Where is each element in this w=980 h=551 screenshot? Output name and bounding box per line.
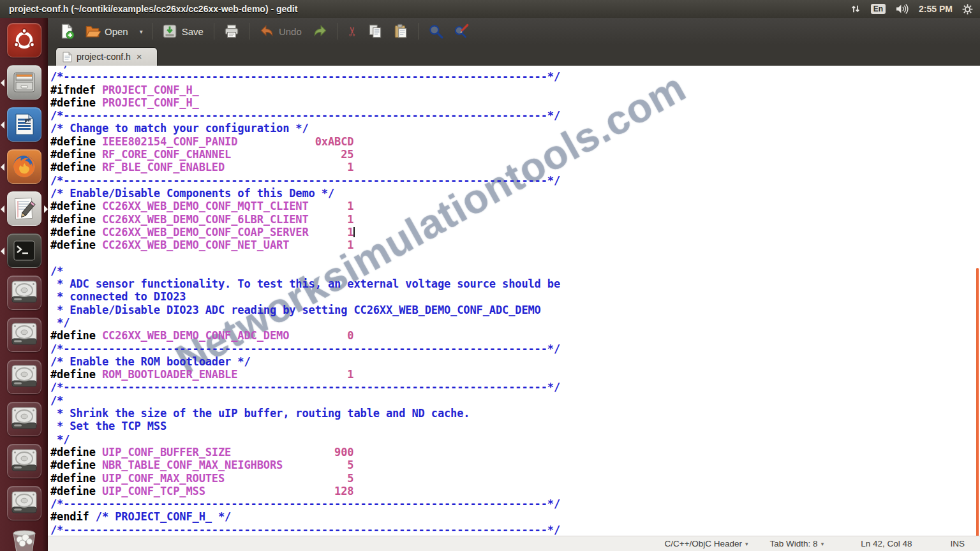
code-segment bbox=[309, 213, 348, 226]
code-line: #endif /* PROJECT_CONF_H_ */ bbox=[50, 510, 980, 523]
code-line: */ bbox=[50, 433, 980, 446]
code-line: #define IEEE802154_CONF_PANID 0xABCD bbox=[50, 135, 980, 148]
code-segment: /*--------------------------------------… bbox=[50, 497, 560, 510]
dock-item-disk-4[interactable] bbox=[7, 402, 41, 436]
code-line: /* Enable the ROM bootloader */ bbox=[50, 355, 980, 368]
keyboard-layout-indicator[interactable]: En bbox=[871, 4, 886, 14]
code-line: #define NBR_TABLE_CONF_MAX_NEIGHBORS 5 bbox=[50, 459, 980, 471]
code-segment: */ bbox=[50, 66, 70, 70]
undo-button[interactable]: Undo bbox=[254, 20, 308, 42]
code-segment: #define bbox=[50, 239, 102, 251]
dock-item-terminal[interactable] bbox=[7, 233, 41, 268]
code-segment: #define bbox=[50, 161, 102, 173]
new-document-button[interactable] bbox=[54, 20, 80, 42]
language-label: C/C++/ObjC Header bbox=[665, 539, 743, 548]
dock-item-firefox[interactable] bbox=[7, 149, 41, 184]
titlebar: project-conf.h (~/contiki/examples/cc26x… bbox=[0, 0, 980, 18]
code-line: /*--------------------------------------… bbox=[50, 342, 980, 355]
code-segment: 5 bbox=[347, 472, 353, 485]
code-segment: NBR_TABLE_CONF_MAX_NEIGHBORS bbox=[102, 459, 283, 471]
toolbar-separator bbox=[338, 23, 338, 40]
code-segment: /*--------------------------------------… bbox=[50, 381, 560, 393]
find-replace-icon bbox=[453, 23, 470, 40]
dock-item-libreoffice-writer[interactable] bbox=[7, 107, 41, 142]
code-segment: 900 bbox=[334, 446, 353, 459]
dock-item-disk-3[interactable] bbox=[7, 360, 41, 394]
dock-item-disk-5[interactable] bbox=[7, 444, 41, 478]
replace-button[interactable] bbox=[449, 20, 474, 42]
running-indicator bbox=[1, 205, 4, 213]
code-segment bbox=[237, 135, 315, 148]
network-arrows-icon[interactable] bbox=[849, 3, 862, 15]
cut-button[interactable]: ✂ bbox=[343, 22, 362, 40]
code-segment: /* bbox=[50, 394, 63, 407]
paste-button[interactable] bbox=[388, 20, 413, 42]
code-line: /*--------------------------------------… bbox=[50, 381, 980, 393]
window-title: project-conf.h (~/contiki/examples/cc26x… bbox=[9, 4, 297, 14]
code-segment: 1 bbox=[347, 213, 353, 226]
harddisk-icon bbox=[10, 363, 39, 391]
scrollbar-thumb[interactable] bbox=[976, 268, 979, 536]
code-segment bbox=[205, 485, 334, 497]
code-segment: 0xABCD bbox=[315, 135, 354, 148]
find-button[interactable] bbox=[423, 20, 449, 42]
code-segment: UIP_CONF_BUFFER_SIZE bbox=[102, 446, 231, 459]
code-line: /*--------------------------------------… bbox=[50, 174, 980, 187]
cut-icon: ✂ bbox=[346, 26, 359, 37]
code-line: #define CC26XX_WEB_DEMO_CONF_NET_UART 1 bbox=[50, 239, 980, 251]
code-segment: #define bbox=[50, 226, 102, 239]
code-line: /* Change to match your configuration */ bbox=[50, 122, 980, 135]
code-segment: 1 bbox=[347, 200, 353, 212]
code-line bbox=[50, 251, 980, 264]
save-button[interactable]: Save bbox=[157, 20, 209, 42]
code-segment: * connected to DIO23 bbox=[50, 290, 186, 303]
clock[interactable]: 2:55 PM bbox=[919, 4, 953, 14]
open-recent-dropdown[interactable]: ▾ bbox=[134, 26, 147, 38]
code-line: #define ROM_BOOTLOADER_ENABLE 1 bbox=[50, 368, 980, 381]
dock-item-disk-1[interactable] bbox=[7, 276, 41, 310]
code-segment bbox=[225, 161, 347, 173]
launcher-dock bbox=[0, 18, 48, 551]
tab-width-selector[interactable]: Tab Width: 8 ▾ bbox=[770, 539, 824, 548]
session-gear-icon[interactable] bbox=[961, 3, 974, 15]
new-document-icon bbox=[59, 23, 75, 40]
chevron-down-icon: ▾ bbox=[745, 541, 748, 547]
print-button[interactable] bbox=[219, 20, 244, 42]
copy-button[interactable] bbox=[362, 20, 388, 42]
open-button[interactable]: Open bbox=[80, 20, 134, 42]
code-segment bbox=[225, 472, 347, 485]
file-cabinet-icon bbox=[11, 69, 38, 96]
code-line: #define CC26XX_WEB_DEMO_CONF_MQTT_CLIENT… bbox=[50, 200, 980, 212]
code-line: * ADC sensor functionality. To test this… bbox=[50, 277, 980, 290]
code-segment: */ bbox=[50, 433, 70, 446]
dock-item-files[interactable] bbox=[7, 65, 41, 99]
dock-item-trash[interactable] bbox=[10, 528, 39, 551]
code-segment: #define bbox=[50, 148, 102, 161]
open-folder-icon bbox=[84, 23, 101, 40]
dock-item-ubuntu-dash[interactable] bbox=[7, 23, 41, 57]
toolbar-separator bbox=[249, 23, 249, 40]
dock-item-disk-2[interactable] bbox=[7, 318, 41, 352]
code-segment: 1 bbox=[347, 161, 353, 173]
harddisk-icon bbox=[10, 489, 39, 517]
code-content: *//*------------------------------------… bbox=[48, 66, 980, 536]
volume-icon[interactable] bbox=[895, 3, 910, 15]
code-segment: /* PROJECT_CONF_H_ */ bbox=[96, 510, 231, 523]
tab-project-conf[interactable]: project-conf.h × bbox=[56, 47, 158, 66]
tab-close-icon[interactable]: × bbox=[135, 52, 144, 61]
statusbar: C/C++/ObjC Header ▾ Tab Width: 8 ▾ Ln 42… bbox=[48, 536, 980, 551]
code-segment: 1 bbox=[347, 239, 353, 251]
code-line: #define RF_CORE_CONF_CHANNEL 25 bbox=[50, 148, 980, 161]
language-selector[interactable]: C/C++/ObjC Header ▾ bbox=[665, 539, 748, 548]
text-cursor bbox=[353, 227, 355, 237]
code-line: * Shrink the size of the uIP buffer, rou… bbox=[50, 407, 980, 420]
editor-text-area[interactable]: Networksimulationtools.com *//*---------… bbox=[48, 66, 980, 536]
code-line: /*--------------------------------------… bbox=[50, 109, 980, 122]
dock-item-gedit[interactable] bbox=[7, 191, 41, 226]
code-line: /* Enable/Disable Components of this Dem… bbox=[50, 187, 980, 200]
redo-button[interactable] bbox=[308, 20, 333, 42]
dock-item-disk-6[interactable] bbox=[7, 486, 41, 520]
code-segment: * ADC sensor functionality. To test this… bbox=[50, 277, 560, 290]
panel-indicators: En 2:55 PM bbox=[849, 3, 974, 15]
terminal-icon bbox=[11, 237, 38, 264]
